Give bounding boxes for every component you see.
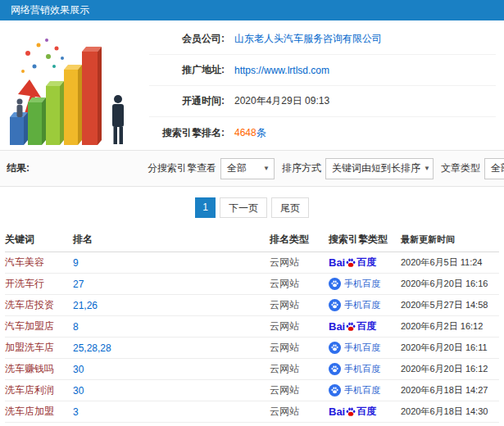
pagination: 1 下一页 尾页 bbox=[0, 187, 504, 228]
table-row: 洗车店加盟3云网站Bai百度2020年6月18日 14:30 bbox=[5, 401, 499, 423]
table-row: 洗车店投资21,26云网站手机百度2020年5月27日 14:58 bbox=[5, 295, 499, 316]
rank-cell: 27 bbox=[73, 279, 270, 290]
page-number-current[interactable]: 1 bbox=[195, 197, 216, 218]
col-header-updated: 最新更新时间 bbox=[401, 233, 499, 246]
updated-cell: 2020年6月20日 16:16 bbox=[401, 278, 499, 290]
baidu-pc-logo: Bai百度 bbox=[329, 406, 376, 417]
rank-cell: 9 bbox=[73, 257, 270, 269]
rank-type-cell: 云网站 bbox=[270, 277, 329, 291]
keyword-cell: 洗车赚钱吗 bbox=[5, 362, 73, 376]
company-info: 会员公司: 山东老人头汽车服务咨询有限公司 推广地址: https://www.… bbox=[149, 24, 496, 148]
table-row: 汽车美容9云网站Bai百度2020年6月5日 11:24 bbox=[5, 252, 499, 274]
ranking-count: 4648 bbox=[234, 127, 257, 138]
baidu-mobile-logo: 手机百度 bbox=[329, 278, 380, 290]
rank-type-cell: 云网站 bbox=[270, 383, 329, 397]
engine-cell: 手机百度 bbox=[329, 278, 401, 290]
result-label: 结果: bbox=[7, 161, 148, 175]
baidu-mobile-logo: 手机百度 bbox=[329, 384, 380, 397]
baidu-mobile-logo: 手机百度 bbox=[329, 363, 380, 375]
col-header-rank-type: 排名类型 bbox=[270, 233, 329, 247]
rank-cell: 21,26 bbox=[73, 300, 270, 311]
next-page-button[interactable]: 下一页 bbox=[220, 197, 267, 218]
table-row: 洗车赚钱吗30云网站手机百度2020年6月20日 16:12 bbox=[5, 359, 499, 380]
engine-filter-label: 分搜索引擎查看 bbox=[148, 161, 216, 175]
table-row: 加盟洗车店25,28,28云网站手机百度2020年6月20日 16:11 bbox=[5, 338, 499, 359]
keyword-cell: 洗车店利润 bbox=[5, 383, 73, 397]
baidu-paw-icon bbox=[346, 258, 356, 268]
table-row: 开洗车行27云网站手机百度2020年6月20日 16:16 bbox=[5, 274, 499, 295]
company-link[interactable]: 山东老人头汽车服务咨询有限公司 bbox=[234, 32, 382, 46]
rank-cell: 25,28,28 bbox=[73, 342, 270, 354]
chevron-down-icon: ▼ bbox=[263, 165, 270, 172]
rank-type-cell: 云网站 bbox=[270, 256, 329, 270]
chevron-down-icon: ▼ bbox=[424, 165, 430, 172]
keyword-cell: 汽车加盟店 bbox=[5, 320, 73, 333]
baidu-paw-icon bbox=[329, 342, 341, 354]
site-link[interactable]: https://www.lrtlsd.com bbox=[234, 65, 329, 76]
filter-bar: 结果: 分搜索引擎查看 全部 ▼ 排序方式 关键词由短到长排序 ▼ 文章类型 全… bbox=[0, 150, 504, 187]
page-header: 网络营销效果展示 bbox=[0, 0, 504, 20]
article-type-label: 文章类型 bbox=[441, 161, 480, 175]
summary-section: 会员公司: 山东老人头汽车服务咨询有限公司 推广地址: https://www.… bbox=[0, 20, 504, 150]
site-label: 推广地址: bbox=[149, 63, 225, 77]
last-page-button[interactable]: 尾页 bbox=[271, 197, 309, 218]
rank-cell: 30 bbox=[73, 385, 270, 397]
opened-label: 开通时间: bbox=[149, 94, 225, 108]
baidu-paw-icon bbox=[329, 363, 341, 375]
rank-cell: 8 bbox=[73, 321, 270, 333]
updated-cell: 2020年6月5日 11:24 bbox=[401, 256, 499, 269]
baidu-paw-icon bbox=[329, 299, 341, 311]
baidu-paw-icon bbox=[346, 322, 356, 332]
page-title: 网络营销效果展示 bbox=[11, 4, 89, 16]
rank-cell: 3 bbox=[73, 406, 270, 418]
baidu-paw-icon bbox=[346, 407, 356, 417]
updated-cell: 2020年6月2日 16:12 bbox=[401, 320, 499, 333]
engine-cell: 手机百度 bbox=[329, 384, 401, 397]
opened-value: 2020年4月29日 09:13 bbox=[234, 94, 329, 108]
sort-filter-label: 排序方式 bbox=[282, 161, 321, 175]
results-table-rows: 汽车美容9云网站Bai百度2020年6月5日 11:24开洗车行27云网站手机百… bbox=[5, 252, 499, 423]
keyword-cell: 加盟洗车店 bbox=[5, 341, 73, 355]
updated-cell: 2020年6月18日 14:30 bbox=[401, 406, 499, 418]
bar-chart-illustration bbox=[5, 24, 143, 148]
info-row-site: 推广地址: https://www.lrtlsd.com bbox=[149, 55, 496, 86]
table-row: 洗车店利润30云网站手机百度2020年6月18日 14:27 bbox=[5, 380, 499, 401]
ranking-value: 4648条 bbox=[234, 126, 266, 140]
keyword-cell: 汽车美容 bbox=[5, 256, 73, 270]
updated-cell: 2020年6月20日 16:12 bbox=[401, 363, 499, 375]
engine-cell: Bai百度 bbox=[329, 321, 401, 332]
keyword-cell: 洗车店加盟 bbox=[5, 405, 73, 419]
marketing-report-page: 网络营销效果展示 bbox=[0, 0, 504, 426]
sort-select-value: 关键词由短到长排序 bbox=[332, 161, 420, 175]
table-row: 汽车加盟店8云网站Bai百度2020年6月2日 16:12 bbox=[5, 316, 499, 338]
baidu-mobile-logo: 手机百度 bbox=[329, 342, 380, 354]
engine-select[interactable]: 全部 ▼ bbox=[220, 158, 275, 179]
info-row-company: 会员公司: 山东老人头汽车服务咨询有限公司 bbox=[149, 24, 496, 55]
rank-type-cell: 云网站 bbox=[270, 341, 329, 355]
updated-cell: 2020年6月18日 14:27 bbox=[401, 384, 499, 397]
updated-cell: 2020年6月20日 16:11 bbox=[401, 342, 499, 354]
baidu-paw-icon bbox=[329, 384, 341, 397]
col-header-rank: 排名 bbox=[73, 233, 270, 247]
engine-cell: Bai百度 bbox=[329, 406, 401, 417]
table-header-row: 关键词 排名 排名类型 搜索引擎类型 最新更新时间 bbox=[5, 228, 499, 252]
rank-type-cell: 云网站 bbox=[270, 320, 329, 333]
results-table: 关键词 排名 排名类型 搜索引擎类型 最新更新时间 汽车美容9云网站Bai百度2… bbox=[0, 228, 504, 423]
keyword-cell: 开洗车行 bbox=[5, 277, 73, 291]
engine-cell: 手机百度 bbox=[329, 299, 401, 311]
rank-type-cell: 云网站 bbox=[270, 298, 329, 312]
article-type-select-value: 全部 bbox=[491, 161, 504, 175]
engine-cell: 手机百度 bbox=[329, 363, 401, 375]
keyword-cell: 洗车店投资 bbox=[5, 298, 73, 312]
company-label: 会员公司: bbox=[149, 32, 225, 46]
engine-cell: 手机百度 bbox=[329, 342, 401, 354]
col-header-keyword: 关键词 bbox=[5, 233, 73, 247]
sort-select[interactable]: 关键词由短到长排序 ▼ bbox=[325, 158, 434, 179]
updated-cell: 2020年5月27日 14:58 bbox=[401, 299, 499, 311]
article-type-select[interactable]: 全部 ▼ bbox=[484, 158, 504, 179]
engine-select-value: 全部 bbox=[227, 161, 247, 175]
rank-cell: 30 bbox=[73, 364, 270, 375]
col-header-engine-type: 搜索引擎类型 bbox=[329, 233, 401, 247]
rank-type-cell: 云网站 bbox=[270, 362, 329, 376]
engine-cell: Bai百度 bbox=[329, 257, 401, 268]
